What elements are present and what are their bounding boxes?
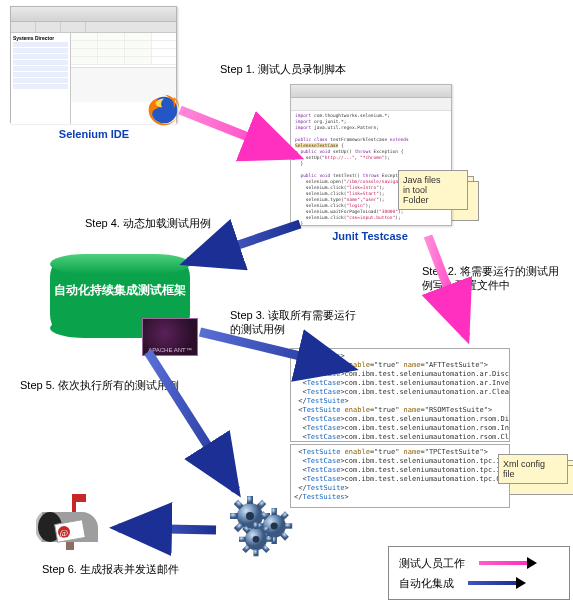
svg-rect-12 — [72, 494, 86, 502]
legend-box: 测试人员工作 自动化集成 — [388, 546, 570, 600]
apache-ant-badge: APACHE ANT™ — [142, 318, 198, 356]
selenium-ide-window: Systems Director — [10, 6, 177, 123]
legend-tester-arrow-icon — [479, 558, 535, 568]
framework-title: 自动化持续集成测试框架 — [50, 282, 190, 299]
legend-row-tester: 测试人员工作 — [399, 553, 559, 573]
firefox-icon — [145, 91, 183, 129]
legend-ci-arrow-icon — [468, 578, 524, 588]
svg-text:@: @ — [60, 528, 68, 538]
selenium-ide-caption: Selenium IDE — [34, 128, 154, 140]
legend-tester-label: 测试人员工作 — [399, 556, 465, 571]
step-5-label: Step 5. 依次执行所有的测试用例 — [20, 378, 179, 392]
step-2-label: Step 2. 将需要运行的测试用 例写入配置文件中 — [422, 264, 559, 293]
legend-row-ci: 自动化集成 — [399, 573, 559, 593]
arrow-step1 — [180, 110, 296, 156]
step-3-label: Step 3. 读取所有需要运行 的测试用例 — [230, 308, 356, 337]
step-6-label: Step 6. 生成报表并发送邮件 — [42, 562, 179, 576]
arrow-step6 — [118, 528, 216, 530]
xml-config-window: <TestSuites> <TestSuite enable="true" na… — [290, 348, 510, 510]
legend-ci-label: 自动化集成 — [399, 576, 454, 591]
step-1-label: Step 1. 测试人员录制脚本 — [220, 62, 346, 76]
xml-config-note: Xml config file — [498, 454, 568, 484]
java-folder-note: Java files in tool Folder — [398, 170, 468, 210]
step-4-label: Step 4. 动态加载测试用例 — [85, 216, 211, 230]
junit-caption: Junit Testcase — [300, 230, 440, 242]
svg-rect-17 — [66, 542, 74, 550]
arrow-step5 — [148, 352, 236, 490]
mailbox-icon: @ — [36, 490, 108, 554]
gears-icon — [222, 490, 312, 574]
